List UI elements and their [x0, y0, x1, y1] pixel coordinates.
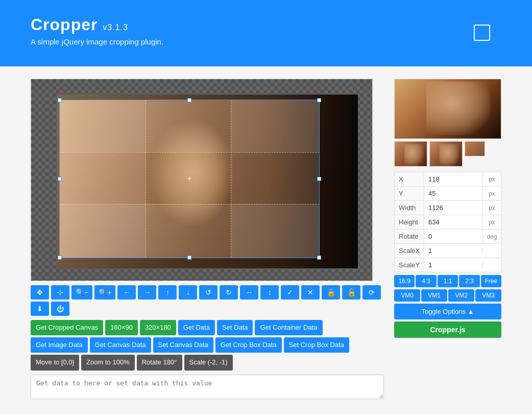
preview-large	[394, 79, 501, 139]
set-data-button[interactable]: Set Data	[217, 320, 253, 335]
app-title: Cropper v3.1.3	[31, 15, 128, 34]
drag-mode-button[interactable]: ✥	[31, 285, 49, 300]
ratio-free-button[interactable]: Free	[481, 275, 501, 287]
actions-row-2: Get Image Data Get Canvas Data Set Canva…	[31, 337, 384, 353]
value-width: 1126	[424, 201, 482, 215]
handle-n[interactable]	[187, 98, 191, 102]
center-cross: +	[187, 174, 191, 183]
zoom-in-button[interactable]: 🔍+	[94, 285, 115, 300]
power-button[interactable]: ⏻	[51, 302, 69, 316]
title-text: Cropper	[31, 15, 98, 34]
rotate-right-button[interactable]: ↻	[220, 285, 238, 300]
get-image-data-button[interactable]: Get Image Data	[31, 337, 88, 353]
preview-face-small	[404, 144, 424, 166]
preview-face	[426, 82, 490, 135]
handle-ne[interactable]	[317, 98, 321, 102]
move-to-button[interactable]: Move to [0,0]	[31, 355, 79, 370]
ratio-16-9-button[interactable]: 16:9	[394, 275, 415, 287]
move-down-button[interactable]: ↓	[179, 285, 197, 300]
vm-row: VM0 VM1 VM2 VM3	[394, 289, 501, 302]
crop-box[interactable]: +	[59, 100, 320, 258]
unit-height: px	[482, 216, 501, 229]
value-scaleY: 1	[424, 258, 482, 272]
handle-e[interactable]	[317, 177, 321, 181]
vm2-button[interactable]: VM2	[448, 289, 474, 302]
set-crop-box-data-button[interactable]: Set Crop Box Data	[284, 337, 349, 353]
crop-grid-v2	[231, 100, 231, 258]
vm0-button[interactable]: VM0	[394, 289, 420, 302]
unlock-button[interactable]: 🔓	[342, 285, 360, 300]
move-left-button[interactable]: ←	[117, 285, 136, 300]
preview-small-2	[429, 141, 463, 167]
handle-nw[interactable]	[58, 98, 62, 102]
label-scaleY: ScaleY	[395, 258, 424, 272]
crop-grid-h1	[60, 152, 319, 153]
ratio-1-1-button[interactable]: 1:1	[438, 275, 458, 287]
get-crop-box-data-button[interactable]: Get Crop Box Data	[215, 337, 282, 353]
move-up-button[interactable]: ↑	[158, 285, 177, 300]
field-width: Width 1126 px	[394, 200, 501, 215]
get-cropped-canvas-button[interactable]: Get Cropped Canvas	[31, 320, 103, 335]
cancel-button[interactable]: ✕	[301, 285, 320, 300]
actions-row-1: Get Cropped Canvas 160×90 320×180 Get Da…	[31, 320, 384, 335]
confirm-button[interactable]: ✓	[281, 285, 299, 300]
actions-row-3: Move to [0,0] Zoom to 100% Rotate 180° S…	[31, 355, 384, 370]
data-input[interactable]	[31, 375, 384, 399]
preview-small-row	[394, 141, 501, 167]
main-content: + ✥ ⊹ 🔍− 🔍+ ← → ↑ ↓ ↺ ↻ ↔ ↕ ✓ ✕ 🔒 🔓	[0, 66, 532, 413]
label-x: X	[395, 172, 424, 186]
unit-rotate: deg	[482, 230, 501, 243]
flip-h-button[interactable]: ↔	[240, 285, 258, 300]
label-rotate: Rotate	[395, 229, 424, 243]
preview-small-1	[394, 141, 427, 167]
preview-face-small2	[440, 144, 459, 166]
field-height: Height 634 px	[394, 215, 501, 229]
field-rotate: Rotate 0 deg	[394, 229, 501, 244]
version-text: v3.1.3	[103, 23, 128, 32]
value-y: 45	[424, 187, 482, 200]
vm3-button[interactable]: VM3	[475, 289, 501, 302]
handle-s[interactable]	[187, 256, 191, 260]
vm1-button[interactable]: VM1	[421, 289, 447, 302]
get-container-data-button[interactable]: Get Container Data	[255, 320, 322, 335]
move-right-button[interactable]: →	[138, 285, 156, 300]
size-320x180-button[interactable]: 320×180	[140, 320, 176, 335]
size-160x90-button[interactable]: 160×90	[105, 320, 138, 335]
rotate-180-button[interactable]: Rotate 180°	[137, 355, 182, 370]
value-scaleX: 1	[424, 244, 482, 258]
unit-scaleY	[482, 262, 501, 268]
scale-button[interactable]: Scale (-2, -1)	[184, 355, 233, 370]
handle-sw[interactable]	[58, 256, 62, 260]
unit-y: px	[482, 187, 501, 200]
rotate-left-button[interactable]: ↺	[199, 285, 217, 300]
get-canvas-data-button[interactable]: Get Canvas Data	[90, 337, 151, 353]
crop-grid-v1	[146, 100, 146, 258]
ratio-4-3-button[interactable]: 4:3	[416, 275, 436, 287]
ratio-2-3-button[interactable]: 2:3	[459, 275, 479, 287]
left-panel: + ✥ ⊹ 🔍− 🔍+ ← → ↑ ↓ ↺ ↻ ↔ ↕ ✓ ✕ 🔒 🔓	[31, 79, 384, 401]
reset-button[interactable]: ⟳	[362, 285, 381, 300]
label-height: Height	[395, 215, 424, 229]
cropper-area[interactable]: +	[31, 79, 373, 281]
toggle-options-button[interactable]: Toggle Options ▲	[394, 304, 501, 319]
preview-tiny	[465, 141, 485, 156]
value-x: 118	[424, 172, 482, 186]
zoom-to-100-button[interactable]: Zoom to 100%	[81, 355, 135, 370]
handle-se[interactable]	[317, 256, 321, 260]
header: Cropper v3.1.3 A simple jQuery image cro…	[0, 0, 532, 66]
set-canvas-data-button[interactable]: Set Canvas Data	[153, 337, 213, 353]
label-width: Width	[395, 201, 424, 215]
cropperjs-button[interactable]: Cropper.js	[394, 321, 501, 338]
unit-x: px	[482, 173, 501, 186]
flip-v-button[interactable]: ↕	[260, 285, 279, 300]
handle-w[interactable]	[58, 177, 62, 181]
lock-button[interactable]: 🔒	[322, 285, 340, 300]
get-data-button[interactable]: Get Data	[178, 320, 215, 335]
unit-width: px	[482, 201, 501, 215]
crop-mode-button[interactable]: ⊹	[51, 285, 69, 300]
label-scaleX: ScaleX	[395, 244, 424, 258]
field-scaleY: ScaleY 1	[394, 258, 501, 272]
download-button[interactable]: ⬇	[31, 302, 49, 316]
icon-toolbar: ✥ ⊹ 🔍− 🔍+ ← → ↑ ↓ ↺ ↻ ↔ ↕ ✓ ✕ 🔒 🔓 ⟳ ⬇ ⏻	[31, 285, 384, 316]
zoom-out-button[interactable]: 🔍−	[71, 285, 92, 300]
